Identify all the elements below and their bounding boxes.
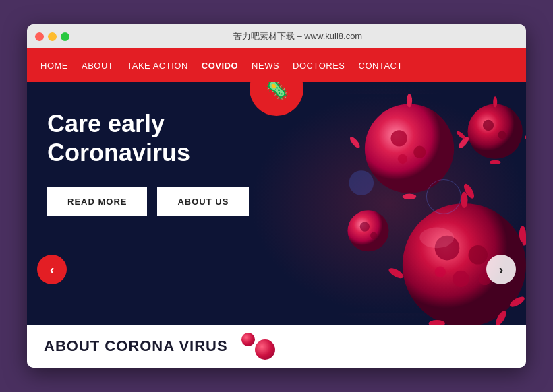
nav-doctores[interactable]: DOCTORES bbox=[293, 61, 345, 71]
maximize-button-icon[interactable] bbox=[61, 32, 69, 41]
carousel-prev-button[interactable]: ‹ bbox=[37, 255, 67, 284]
read-more-button[interactable]: READ MORE bbox=[47, 187, 147, 216]
about-section: ABOUT CORONA VIRUS bbox=[27, 325, 526, 368]
traffic-lights bbox=[35, 32, 69, 41]
nav-take-action[interactable]: TAKE ACTION bbox=[127, 61, 188, 71]
hero-heading: Care early Coronavirus bbox=[47, 109, 263, 167]
mini-virus-cell-1 bbox=[255, 339, 275, 360]
coronavirus-icon: 🦠 bbox=[265, 82, 289, 100]
page-title: 苦力吧素材下载 – www.kuli8.com bbox=[78, 30, 518, 42]
nav-contact[interactable]: CONTACT bbox=[359, 61, 403, 71]
hero-content: Care early Coronavirus READ MORE ABOUT U… bbox=[27, 82, 526, 325]
browser-window: 苦力吧素材下载 – www.kuli8.com HOME ABOUT TAKE … bbox=[27, 24, 526, 368]
carousel-next-button[interactable]: › bbox=[486, 255, 516, 284]
title-bar: 苦力吧素材下载 – www.kuli8.com bbox=[27, 24, 526, 48]
about-us-button[interactable]: ABOUT US bbox=[157, 187, 249, 216]
hero-section: 🦠 Care early Coronavirus READ MORE ABOUT… bbox=[27, 82, 526, 325]
minimize-button-icon[interactable] bbox=[48, 32, 57, 41]
mini-virus-cell-2 bbox=[241, 333, 255, 346]
nav-about[interactable]: ABOUT bbox=[82, 61, 113, 71]
nav-home[interactable]: HOME bbox=[40, 61, 68, 71]
nav-covido[interactable]: COVIDO bbox=[202, 61, 238, 71]
navbar: HOME ABOUT TAKE ACTION COVIDO NEWS DOCTO… bbox=[27, 48, 526, 82]
close-button-icon[interactable] bbox=[35, 32, 44, 41]
about-section-title: ABOUT CORONA VIRUS bbox=[44, 337, 228, 355]
hero-buttons: READ MORE ABOUT US bbox=[47, 187, 506, 216]
nav-news[interactable]: NEWS bbox=[252, 61, 279, 71]
about-virus-image bbox=[241, 333, 275, 360]
